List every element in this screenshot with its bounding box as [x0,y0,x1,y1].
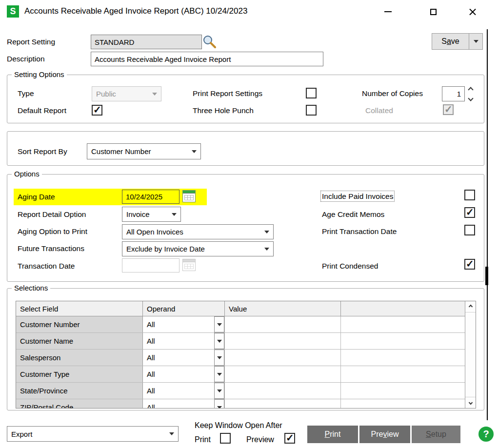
report-setting-input[interactable]: STANDARD [91,35,202,49]
chevron-up-icon [468,305,472,309]
report-setting-label: Report Setting [7,38,55,46]
chevron-down-icon [172,213,177,216]
type-value: Public [96,90,116,98]
operand-cell[interactable]: All [143,366,225,382]
close-button[interactable] [463,4,481,19]
default-report-checkbox[interactable] [92,105,102,116]
type-label: Type [18,89,34,98]
operand-value: All [147,403,155,409]
aging-option-to-print-label: Aging Option to Print [18,227,87,236]
select-field-cell[interactable]: Customer Name [16,333,143,349]
operand-dropdown-button[interactable] [214,333,224,349]
magnifier-icon [202,35,217,49]
print-button[interactable]: Print [307,426,358,443]
table-row[interactable]: Customer Name All [16,333,465,350]
setting-options-group: Setting Options [7,75,484,123]
value-cell[interactable] [225,316,341,332]
column-header-operand: Operand [143,301,225,316]
operand-cell[interactable]: All [143,333,225,349]
lookup-button[interactable] [202,35,217,51]
value-cell[interactable] [225,399,341,409]
table-row[interactable]: Salesperson All [16,350,465,366]
aging-date-calendar-button[interactable] [182,190,196,202]
print-condensed-checkbox[interactable] [464,259,475,270]
spinner-up-icon[interactable] [468,87,473,92]
print-transaction-date-checkbox[interactable] [464,225,475,235]
include-paid-invoices-checkbox[interactable] [464,190,475,200]
save-dropdown-button[interactable] [469,33,483,50]
aging-option-to-print-dropdown[interactable]: All Open Invoices [122,224,274,239]
print-report-settings-checkbox[interactable] [306,88,317,98]
operand-dropdown-button[interactable] [214,399,224,409]
titlebar: S Accounts Receivable Aged Invoice Repor… [0,0,498,23]
maximize-button[interactable] [424,4,442,19]
save-button[interactable]: Save [432,33,469,50]
chevron-down-icon [217,323,222,326]
operand-dropdown-button[interactable] [214,366,224,382]
setup-button: Setup [412,426,460,443]
select-field-cell[interactable]: State/Province [16,383,143,399]
operand-dropdown-button[interactable] [214,350,224,366]
select-field-cell[interactable]: Customer Number [16,316,143,332]
chevron-down-icon [152,93,157,96]
table-row[interactable]: Customer Number All [16,316,465,333]
type-dropdown: Public [92,86,161,101]
value-cell[interactable] [225,366,341,382]
window: S Accounts Receivable Aged Invoice Repor… [0,0,498,448]
minimize-button[interactable] [379,4,397,19]
blank-cell [341,399,465,409]
age-credit-memos-checkbox[interactable] [464,207,475,218]
scroll-down-button[interactable] [465,397,476,408]
operand-dropdown-button[interactable] [214,316,224,332]
operand-cell[interactable]: All [143,383,225,399]
chevron-down-icon [217,340,222,343]
operand-value: All [147,320,155,329]
copies-spinner[interactable] [466,86,475,102]
operand-value: All [147,370,155,378]
future-transactions-value: Exclude by Invoice Date [126,245,205,253]
select-field-cell[interactable]: Customer Type [16,366,143,382]
spinner-down-icon[interactable] [468,96,473,101]
report-detail-option-dropdown[interactable]: Invoice [122,207,181,222]
preview-check-label: Preview [246,435,274,444]
description-input[interactable]: Accounts Receivable Aged Invoice Report [91,52,323,66]
aging-option-to-print-value: All Open Invoices [126,228,183,236]
sort-report-by-dropdown[interactable]: Customer Number [87,143,201,159]
operand-cell[interactable]: All [143,350,225,366]
operand-value: All [147,387,155,395]
sort-group [7,131,484,166]
chevron-down-icon [169,432,174,435]
select-field-cell[interactable]: ZIP/Postal Code [16,399,143,409]
select-field-cell[interactable]: Salesperson [16,350,143,366]
description-value: Accounts Receivable Aged Invoice Report [95,55,231,63]
selections-group-label: Selections [12,284,50,292]
operand-cell[interactable]: All [143,399,225,409]
scroll-up-button[interactable] [465,301,476,312]
table-row[interactable]: ZIP/Postal Code All [16,399,465,409]
help-button[interactable]: ? [478,427,494,442]
transaction-date-input [122,258,179,273]
future-transactions-dropdown[interactable]: Exclude by Invoice Date [122,241,274,256]
table-row[interactable]: State/Province All [16,383,465,399]
print-check-label: Print [195,435,211,444]
value-cell[interactable] [225,383,341,399]
value-cell[interactable] [225,333,341,349]
preview-button[interactable]: Preview [359,426,410,443]
keep-open-preview-checkbox[interactable] [284,433,295,444]
aging-date-input[interactable]: 10/24/2025 [122,190,179,204]
number-of-copies-input[interactable]: 1 [442,86,465,101]
export-dropdown[interactable]: Export [7,426,179,442]
three-hole-punch-checkbox[interactable] [306,105,317,116]
operand-dropdown-button[interactable] [214,383,224,399]
column-header-select-field: Select Field [16,301,143,316]
calendar-icon-grid [184,195,194,200]
number-of-copies-label: Number of Copies [362,89,423,98]
keep-open-print-checkbox[interactable] [220,433,231,444]
selections-table: Select Field Operand Value Customer Numb… [16,301,476,409]
report-detail-option-value: Invoice [126,210,150,218]
table-scrollbar[interactable] [465,301,476,408]
setup-button-label: Setup [426,430,446,439]
table-row[interactable]: Customer Type All [16,366,465,383]
operand-cell[interactable]: All [143,316,225,332]
value-cell[interactable] [225,350,341,366]
